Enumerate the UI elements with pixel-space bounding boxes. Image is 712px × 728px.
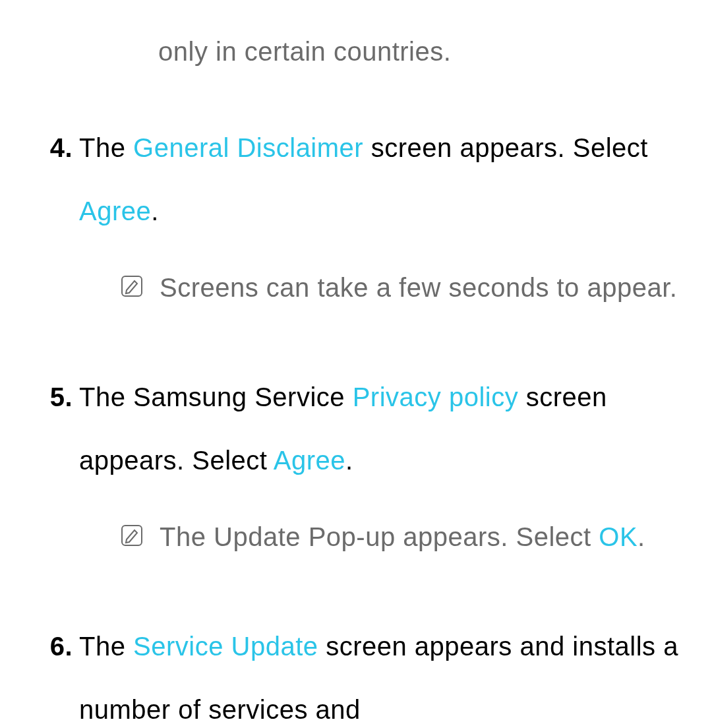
document-content: only in certain countries. 4. The Genera… <box>33 20 679 728</box>
step-5-number: 5. <box>33 365 79 595</box>
step-5-highlight-1: Privacy policy <box>353 382 519 411</box>
step-5-text-1: The Samsung Service <box>79 382 353 411</box>
step-4-number: 4. <box>33 116 79 346</box>
step-4-note: Screens can take a few seconds to appear… <box>119 256 679 319</box>
step-5-highlight-2: Agree <box>274 446 345 475</box>
step-4-note-text: Screens can take a few seconds to appear… <box>160 256 679 319</box>
svg-rect-1 <box>122 526 142 545</box>
step-6: 6. The Service Update screen appears and… <box>33 615 679 728</box>
step-5-note-highlight: OK <box>599 522 638 551</box>
note-icon <box>119 274 145 301</box>
note-icon <box>119 524 145 550</box>
step-4-text-1: The <box>79 133 133 162</box>
step-4-text-3: . <box>151 197 159 226</box>
step-5-body: The Samsung Service Privacy policy scree… <box>79 365 679 595</box>
svg-rect-0 <box>122 276 142 296</box>
step-5-note-pre: The Update Pop-up appears. Select <box>160 522 599 551</box>
step-5-note: The Update Pop-up appears. Select OK. <box>119 505 679 568</box>
step-4-highlight-2: Agree <box>79 197 151 226</box>
step-6-highlight-1: Service Update <box>133 632 318 661</box>
step-5: 5. The Samsung Service Privacy policy sc… <box>33 365 679 595</box>
step-4-text-2: screen appears. Select <box>363 133 648 162</box>
step-4-highlight-1: General Disclaimer <box>133 133 363 162</box>
step-6-text-1: The <box>79 632 133 661</box>
step-5-note-post: . <box>638 522 645 551</box>
step-6-body: The Service Update screen appears and in… <box>79 615 679 728</box>
step-5-text-3: . <box>345 446 353 475</box>
step-6-number: 6. <box>33 615 79 728</box>
step-4: 4. The General Disclaimer screen appears… <box>33 116 679 346</box>
step-4-body: The General Disclaimer screen appears. S… <box>79 116 679 346</box>
fragment-text: only in certain countries. <box>158 20 679 83</box>
step-5-note-text: The Update Pop-up appears. Select OK. <box>160 505 679 568</box>
